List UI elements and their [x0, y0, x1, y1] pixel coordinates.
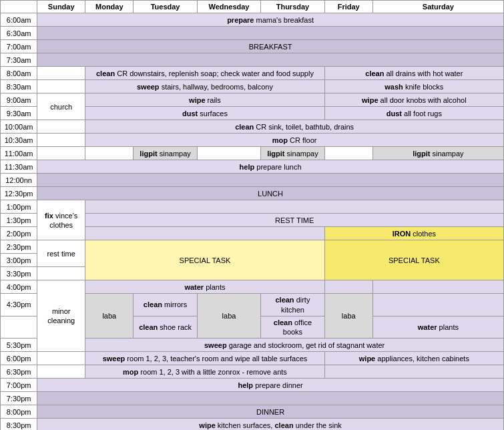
- row-400pm: 4:00pm minor cleaning water plants: [1, 280, 504, 294]
- row-600am: 6:00am prepare mama's breakfast: [1, 13, 504, 27]
- row-1130am: 11:30am help prepare lunch: [1, 160, 504, 174]
- header-time: [1, 1, 37, 13]
- row-830am: 8:30am sweep stairs, hallway, bedrooms, …: [1, 80, 504, 93]
- header-saturday: Saturday: [372, 1, 503, 13]
- row-700am: 7:00am BREAKFAST: [1, 40, 504, 53]
- row-700pm: 7:00pm help prepare dinner: [1, 379, 504, 392]
- header-tuesday: Tuesday: [134, 1, 197, 13]
- header-sunday: Sunday: [37, 1, 85, 13]
- row-1000am: 10:00am clean CR sink, toilet, bathtub, …: [1, 120, 504, 134]
- row-830pm: 8:30pm wipe kitchen surfaces, clean unde…: [1, 419, 504, 430]
- header-friday: Friday: [324, 1, 372, 13]
- row-800pm: 8:00pm DINNER: [1, 405, 504, 419]
- header-thursday: Thursday: [261, 1, 324, 13]
- schedule-table: Sunday Monday Tuesday Wednesday Thursday…: [0, 0, 504, 430]
- row-600pm: 6:00pm sweep room 1, 2, 3, teacher's roo…: [1, 352, 504, 365]
- row-630pm: 6:30pm mop room 1, 2, 3 with a little zo…: [1, 365, 504, 379]
- row-230pm: 2:30pm rest time SPECIAL TASK SPECIAL TA…: [1, 240, 504, 254]
- row-1200nn: 12:00nn: [1, 174, 504, 187]
- row-730am: 7:30am: [1, 53, 504, 67]
- row-1030am: 10:30am mop CR floor: [1, 134, 504, 147]
- row-730pm: 7:30pm: [1, 392, 504, 405]
- header-wednesday: Wednesday: [197, 1, 260, 13]
- header-monday: Monday: [85, 1, 134, 13]
- row-1100am: 11:00am ligpit sinampay ligpit sinampay …: [1, 147, 504, 160]
- row-1230pm: 12:30pm LUNCH: [1, 187, 504, 200]
- row-900am: 9:00am church wipe rails wipe all door k…: [1, 93, 504, 107]
- row-100pm: 1:00pm fix vince's clothes: [1, 200, 504, 214]
- row-800am: 8:00am clean CR downstairs, replenish so…: [1, 67, 504, 80]
- row-630am: 6:30am: [1, 27, 504, 40]
